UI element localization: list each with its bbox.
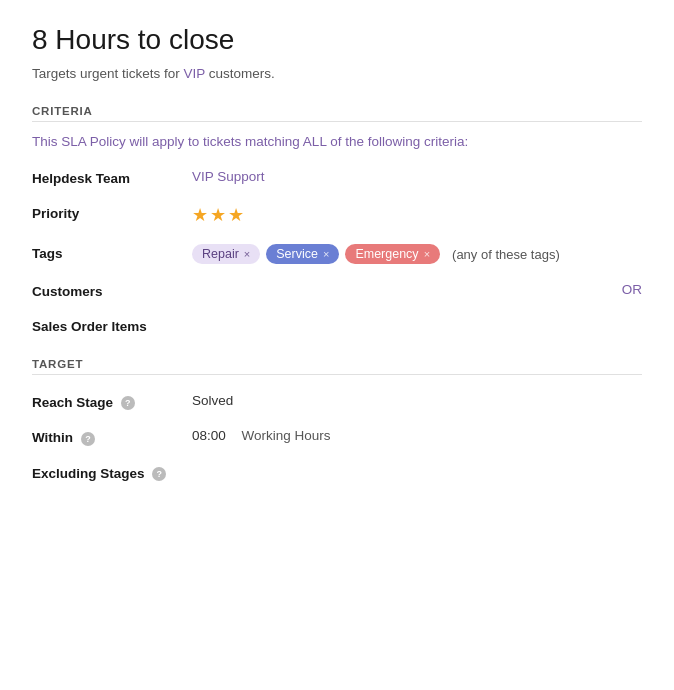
- subtitle-prefix: Targets urgent tickets for: [32, 66, 184, 81]
- priority-row: Priority ★ ★ ★: [32, 204, 642, 226]
- tag-repair[interactable]: Repair ×: [192, 244, 260, 264]
- within-label: Within ?: [32, 428, 192, 445]
- any-tags-note: (any of these tags): [452, 247, 560, 262]
- tag-service-close[interactable]: ×: [323, 248, 329, 260]
- customers-row: Customers OR: [32, 282, 642, 299]
- helpdesk-team-row: Helpdesk Team VIP Support: [32, 169, 642, 186]
- star-2: ★: [210, 204, 226, 226]
- target-divider: [32, 374, 642, 375]
- sales-order-label: Sales Order Items: [32, 317, 192, 334]
- excluding-stages-help-icon[interactable]: ?: [152, 467, 166, 481]
- subtitle: Targets urgent tickets for VIP customers…: [32, 66, 642, 81]
- helpdesk-team-value: VIP Support: [192, 169, 642, 184]
- reach-stage-row: Reach Stage ? Solved: [32, 393, 642, 410]
- helpdesk-team-label: Helpdesk Team: [32, 169, 192, 186]
- vip-link[interactable]: VIP: [184, 66, 206, 81]
- tag-service-label: Service: [276, 247, 318, 261]
- tag-repair-close[interactable]: ×: [244, 248, 250, 260]
- page-title: 8 Hours to close: [32, 24, 642, 56]
- criteria-section-header: CRITERIA: [32, 105, 642, 117]
- tag-emergency[interactable]: Emergency ×: [345, 244, 440, 264]
- tag-repair-label: Repair: [202, 247, 239, 261]
- within-help-icon[interactable]: ?: [81, 432, 95, 446]
- target-section: TARGET Reach Stage ? Solved Within ? 08:…: [32, 358, 642, 481]
- criteria-divider: [32, 121, 642, 122]
- priority-stars: ★ ★ ★: [192, 204, 244, 226]
- star-1: ★: [192, 204, 208, 226]
- or-label: OR: [622, 282, 642, 297]
- within-row: Within ? 08:00 Working Hours: [32, 428, 642, 445]
- star-3: ★: [228, 204, 244, 226]
- excluding-stages-label: Excluding Stages ?: [32, 464, 192, 481]
- criteria-description: This SLA Policy will apply to tickets ma…: [32, 134, 642, 149]
- customers-label: Customers: [32, 282, 192, 299]
- reach-stage-label: Reach Stage ?: [32, 393, 192, 410]
- tag-emergency-label: Emergency: [355, 247, 418, 261]
- target-section-header: TARGET: [32, 358, 642, 370]
- working-hours-label: Working Hours: [242, 428, 331, 443]
- tags-row: Tags Repair × Service × Emergency × (any…: [32, 244, 642, 264]
- tag-emergency-close[interactable]: ×: [424, 248, 430, 260]
- within-value: 08:00 Working Hours: [192, 428, 642, 443]
- subtitle-suffix: customers.: [205, 66, 275, 81]
- tags-label: Tags: [32, 244, 192, 261]
- sales-order-row: Sales Order Items: [32, 317, 642, 334]
- reach-stage-help-icon[interactable]: ?: [121, 396, 135, 410]
- within-time: 08:00: [192, 428, 226, 443]
- priority-label: Priority: [32, 204, 192, 221]
- reach-stage-value: Solved: [192, 393, 642, 408]
- tag-service[interactable]: Service ×: [266, 244, 339, 264]
- excluding-stages-row: Excluding Stages ?: [32, 464, 642, 481]
- tags-container: Repair × Service × Emergency × (any of t…: [192, 244, 560, 264]
